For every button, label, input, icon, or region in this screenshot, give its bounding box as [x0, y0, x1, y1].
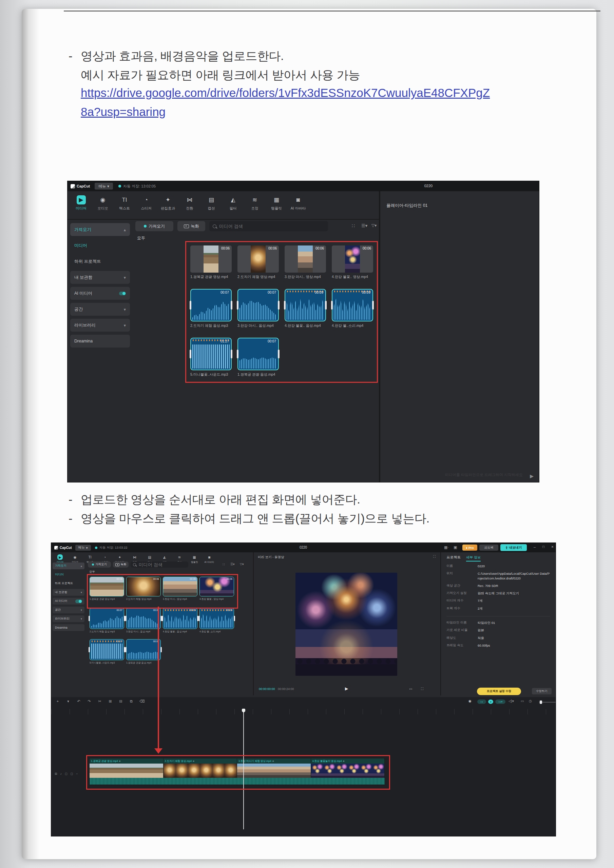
record-toggle-icon[interactable]: ●: [488, 699, 493, 704]
ribbon-tab[interactable]: ▤ 캡션: [201, 195, 222, 211]
grid-view-icon[interactable]: ∷: [352, 223, 355, 228]
media-search[interactable]: [131, 561, 188, 567]
track-audio-icon[interactable]: ♪: [61, 772, 62, 775]
timeline-ruler[interactable]: [51, 709, 556, 715]
fullscreen-icon[interactable]: ⛶: [421, 687, 423, 691]
sidebar-item[interactable]: AI 미디어: [70, 287, 130, 300]
timeline-tool-icon[interactable]: ✂: [97, 699, 102, 704]
import-button[interactable]: 가져오기: [88, 561, 111, 567]
mic-icon[interactable]: ◉: [468, 699, 471, 703]
expand-icon[interactable]: ⛶: [433, 555, 435, 559]
menu-button[interactable]: 메뉴▾: [75, 545, 91, 551]
ribbon-tab[interactable]: TI 텍스트: [113, 195, 135, 211]
sort-icon[interactable]: ☰▾: [230, 563, 235, 566]
sidebar-item[interactable]: Dreamina: [70, 335, 130, 347]
sidebar-item[interactable]: 라이브러리 ▾: [70, 319, 130, 332]
ribbon-tab[interactable]: ◙ AI 아바타: [287, 195, 309, 211]
sidebar-item[interactable]: Dreamina: [53, 624, 84, 631]
trim-handle-left[interactable]: [125, 647, 126, 653]
menu-button[interactable]: 메뉴▾: [95, 183, 113, 189]
sidebar-item[interactable]: 하위 프로젝트: [70, 255, 130, 268]
modify-button[interactable]: 수정하기: [532, 688, 552, 694]
sidebar-item[interactable]: AI 미디어: [53, 598, 84, 604]
media-search[interactable]: [209, 221, 328, 231]
sidebar-item[interactable]: 하위 프로젝트: [53, 580, 84, 587]
sidebar-item[interactable]: 내 보관함 ▾: [53, 589, 84, 596]
ribbon-tab[interactable]: ▦ 템플릿: [266, 195, 287, 211]
timeline-tool-icon[interactable]: ▾: [66, 699, 71, 704]
minimize-button[interactable]: –: [533, 545, 536, 549]
pro-badge[interactable]: ♦Pro: [462, 544, 477, 551]
toggle-switch[interactable]: [75, 600, 82, 603]
trim-handle-left[interactable]: [199, 616, 200, 621]
ribbon-tab[interactable]: ◙ AI 아바타: [202, 554, 217, 564]
sidebar-item[interactable]: 가져오기 ▴: [53, 563, 84, 569]
trim-handle-left[interactable]: [89, 647, 90, 653]
ribbon-tab[interactable]: ≋ 조정: [244, 195, 266, 211]
timeline-tool-icon[interactable]: ⧉: [129, 699, 134, 704]
tab-all[interactable]: 모두: [89, 570, 95, 574]
toggle-switch[interactable]: [119, 291, 126, 295]
sidebar-item[interactable]: 라이브러리 ▾: [53, 615, 84, 622]
grid-view-icon[interactable]: ∷: [222, 563, 225, 566]
layout-icon[interactable]: ▦·: [444, 545, 449, 550]
trim-handle-left[interactable]: [89, 616, 90, 621]
audio-media-card[interactable]: 00:09 4.한강 불꽃.. 음성.mp4: [163, 608, 197, 633]
filter-icon[interactable]: ▽▾: [372, 223, 376, 228]
audio-media-card[interactable]: 01:27 5.미니불꽃..사운드.mp3: [90, 639, 124, 665]
play-icon[interactable]: ▶: [530, 473, 533, 479]
ribbon-tab[interactable]: ▦ 템플릿: [187, 554, 202, 564]
track-toggle-icon[interactable]: ◖◗▾: [495, 699, 505, 704]
track-collapse-icon[interactable]: −: [76, 772, 78, 775]
sort-icon[interactable]: ☰▾: [361, 223, 367, 228]
tab-details[interactable]: 세부 정보: [466, 555, 481, 561]
trim-handle-left[interactable]: [162, 616, 163, 621]
search-input[interactable]: [218, 223, 325, 229]
track-lock-icon[interactable]: ⊞: [54, 772, 58, 775]
ribbon-tab[interactable]: ▶ 미디어: [70, 195, 92, 211]
feedback-button[interactable]: 피드백: [479, 544, 498, 551]
import-button[interactable]: 가져오기: [135, 221, 173, 231]
sidebar-item[interactable]: 미디어: [53, 571, 84, 578]
track-mute-icon[interactable]: ◻: [71, 772, 73, 775]
sidebar-item[interactable]: 가져오기 ▴: [70, 223, 130, 236]
ribbon-tab[interactable]: ◉ 오디오: [92, 195, 113, 211]
timeline-tool-icon[interactable]: ⊟: [118, 699, 123, 704]
timeline-tool-icon[interactable]: +: [55, 699, 60, 704]
cloud-icon[interactable]: ▣: [454, 545, 457, 550]
timeline-tool-icon[interactable]: ↷: [87, 699, 92, 704]
track-hide-icon[interactable]: ◻: [65, 772, 67, 775]
zoom-slider-knob[interactable]: [540, 701, 542, 704]
play-button[interactable]: ▶: [345, 686, 348, 691]
sidebar-item[interactable]: 미디어: [70, 239, 130, 252]
record-button[interactable]: 녹화: [177, 221, 205, 231]
close-button[interactable]: ×: [551, 544, 553, 549]
audio-media-card[interactable]: 00:07 3.한강 마시.. 음성.mp4: [126, 608, 161, 633]
maximize-button[interactable]: □: [542, 545, 544, 549]
timer-icon[interactable]: ◷: [529, 699, 532, 703]
speaker-icon[interactable]: ◁)▾: [508, 699, 514, 703]
audio-media-card[interactable]: 00:07 2.도자기 체험 음성.mp3: [90, 608, 124, 633]
sidebar-item[interactable]: 내 보관함 ▾: [70, 271, 130, 284]
ribbon-tab[interactable]: ✦ 편집효과: [157, 195, 179, 211]
tab-all[interactable]: 모두: [137, 235, 145, 241]
trim-handle-right[interactable]: [234, 616, 235, 621]
ribbon-tab[interactable]: ◭ 필터: [222, 195, 244, 211]
trim-handle-right[interactable]: [160, 647, 162, 653]
timeline-tool-icon[interactable]: ⊞: [108, 699, 113, 704]
search-input[interactable]: [138, 562, 186, 567]
screen-icon[interactable]: ▭: [521, 699, 524, 703]
drive-link-line-2[interactable]: 8a?usp=sharing: [81, 105, 166, 119]
trim-handle-left[interactable]: [125, 616, 126, 621]
project-settings-button[interactable]: 프로젝트 설정 수정: [477, 688, 521, 695]
keyframe-toggle-icon[interactable]: ◖◗: [477, 699, 486, 704]
timeline-tool-icon[interactable]: ↶: [76, 699, 81, 704]
filter-icon[interactable]: ▽▾: [240, 563, 244, 566]
drive-link-line-1[interactable]: https://drive.google.com/drive/folders/1…: [81, 86, 490, 100]
sidebar-item[interactable]: 공간 ▾: [53, 607, 84, 613]
sidebar-item[interactable]: 공간 ▾: [70, 303, 130, 316]
ribbon-tab[interactable]: ⋈ 전환: [179, 195, 201, 211]
audio-media-card[interactable]: 00:07 1.경복궁 관광 음성.mp4: [126, 639, 161, 665]
export-button[interactable]: ⇧내보내기: [501, 544, 527, 551]
ratio-icon[interactable]: ▭: [409, 687, 412, 691]
